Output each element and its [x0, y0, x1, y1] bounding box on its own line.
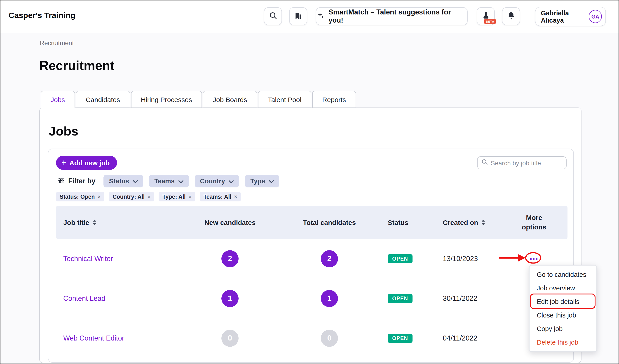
sort-icon[interactable]: [92, 219, 97, 225]
job-title-link[interactable]: Technical Writer: [56, 255, 183, 263]
filter-icon: [57, 176, 65, 186]
column-header-job-title: Job title: [56, 219, 183, 226]
app-window: Casper's Training SmartMatch – Talent su…: [0, 0, 619, 364]
filter-dropdown-type[interactable]: Type: [245, 175, 279, 188]
sparkle-icon: [316, 11, 324, 21]
jobs-panel: + Add new job Filter by Status: [48, 148, 574, 363]
top-bar: Casper's Training SmartMatch – Talent su…: [0, 0, 619, 33]
column-header-total-candidates: Total candidates: [277, 219, 381, 226]
chevron-down-icon: [229, 177, 234, 185]
notifications-button[interactable]: [502, 7, 520, 25]
job-title-link[interactable]: Web Content Editor: [56, 334, 183, 342]
sort-icon[interactable]: [481, 219, 485, 225]
jobs-card: Jobs + Add new job Filter by: [39, 108, 581, 363]
menu-item-edit-job-details[interactable]: Edit job details: [530, 295, 596, 309]
total-candidates-badge: 0: [321, 330, 338, 347]
tab-hiring-processes[interactable]: Hiring Processes: [131, 91, 202, 108]
menu-item-copy-job[interactable]: Copy job: [530, 322, 596, 336]
tab-candidates[interactable]: Candidates: [76, 91, 130, 108]
table-row: Technical Writer 2 2 OPEN 13/10/2023 •••: [56, 239, 567, 279]
close-icon[interactable]: ×: [147, 193, 151, 200]
search-icon: [481, 159, 488, 167]
jobs-heading: Jobs: [49, 124, 78, 139]
created-on-date: 30/11/2022: [432, 295, 501, 303]
filter-tag-status[interactable]: Status: Open×: [56, 192, 104, 202]
chevron-down-icon: [269, 177, 274, 185]
job-title-link[interactable]: Content Lead: [56, 295, 183, 303]
close-icon[interactable]: ×: [98, 193, 101, 200]
created-on-date: 04/11/2022: [432, 334, 501, 342]
breadcrumb[interactable]: Recruitment: [40, 39, 74, 47]
menu-item-close-this-job[interactable]: Close this job: [530, 309, 596, 322]
close-icon[interactable]: ×: [234, 193, 238, 200]
user-menu[interactable]: Gabriella Alicaya GA: [535, 7, 606, 26]
job-search-box: [477, 156, 567, 169]
filter-dropdown-country[interactable]: Country: [195, 175, 239, 188]
filter-tag-country[interactable]: Country: All×: [109, 192, 154, 202]
column-header-status: Status: [381, 219, 432, 226]
filter-tag-teams[interactable]: Teams: All×: [200, 192, 241, 202]
tab-bar: Jobs Candidates Hiring Processes Job Boa…: [41, 91, 357, 108]
chevron-down-icon: [178, 177, 183, 185]
filter-row: Filter by Status Teams Country Type: [57, 175, 279, 188]
menu-item-go-to-candidates[interactable]: Go to candidates: [530, 268, 596, 281]
tab-jobs[interactable]: Jobs: [41, 91, 75, 108]
status-badge: OPEN: [388, 334, 412, 343]
search-button[interactable]: [264, 7, 282, 25]
app-title: Casper's Training: [9, 11, 75, 20]
new-candidates-badge: 2: [221, 250, 239, 267]
total-candidates-badge: 1: [321, 290, 338, 307]
user-name: Gabriella Alicaya: [541, 9, 589, 24]
labs-button[interactable]: BETA: [477, 7, 495, 25]
menu-item-job-overview[interactable]: Job overview: [530, 281, 596, 295]
filter-by-label: Filter by: [57, 176, 96, 186]
menu-item-delete-this-job[interactable]: Delete this job: [530, 336, 596, 349]
chevron-down-icon: [133, 177, 138, 185]
new-candidates-badge: 1: [221, 290, 239, 307]
table-row: Content Lead 1 1 OPEN 30/11/2022 •••: [56, 279, 567, 318]
smartmatch-button[interactable]: SmartMatch – Talent suggestions for you!: [316, 7, 468, 25]
filter-dropdown-status[interactable]: Status: [104, 175, 143, 188]
created-on-date: 13/10/2023: [432, 255, 501, 263]
beta-badge: BETA: [484, 19, 496, 24]
filter-dropdown-teams[interactable]: Teams: [149, 175, 189, 188]
building-icon: [294, 11, 302, 21]
search-icon: [269, 11, 277, 21]
tab-job-boards[interactable]: Job Boards: [203, 91, 257, 108]
filter-tag-type[interactable]: Type: All×: [159, 192, 195, 202]
column-header-new-candidates: New candidates: [183, 219, 277, 226]
total-candidates-badge: 2: [321, 250, 338, 267]
avatar: GA: [589, 10, 602, 23]
active-filter-tags: Status: Open× Country: All× Type: All× T…: [56, 192, 241, 202]
tab-talent-pool[interactable]: Talent Pool: [258, 91, 311, 108]
table-body: Technical Writer 2 2 OPEN 13/10/2023 •••…: [56, 239, 567, 358]
more-options-icon[interactable]: •••: [527, 253, 541, 264]
add-new-job-button[interactable]: + Add new job: [56, 156, 117, 170]
company-button[interactable]: [289, 7, 307, 25]
column-header-created-on: Created on: [432, 219, 501, 226]
tab-reports[interactable]: Reports: [312, 91, 356, 108]
table-row: Web Content Editor 0 0 OPEN 04/11/2022 •…: [56, 318, 567, 358]
status-badge: OPEN: [388, 254, 412, 263]
table-header: Job title New candidates Total candidate…: [56, 206, 567, 239]
new-candidates-badge: 0: [221, 330, 239, 347]
row-context-menu: Go to candidates Job overview Edit job d…: [529, 265, 597, 352]
close-icon[interactable]: ×: [188, 193, 192, 200]
job-search-input[interactable]: [491, 159, 563, 166]
smartmatch-label: SmartMatch – Talent suggestions for you!: [328, 8, 467, 24]
page-title: Recruitment: [39, 58, 114, 73]
bell-icon: [507, 11, 515, 21]
column-header-more-options: More options: [501, 213, 567, 232]
status-badge: OPEN: [388, 294, 412, 303]
plus-icon: +: [61, 158, 66, 166]
